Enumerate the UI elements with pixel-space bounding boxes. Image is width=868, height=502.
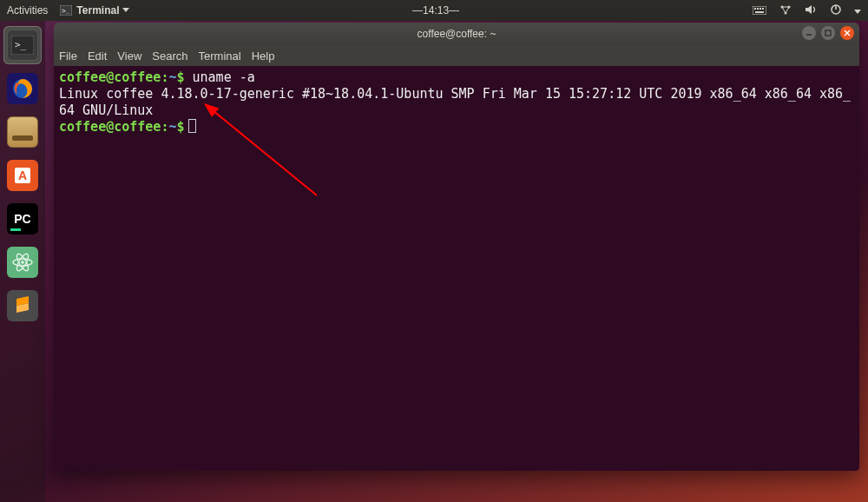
volume-icon[interactable] <box>805 4 817 15</box>
minimize-button[interactable] <box>802 26 816 40</box>
launcher-files[interactable] <box>3 113 42 151</box>
chevron-down-icon[interactable] <box>854 10 861 15</box>
launcher-dock: >_ A PC <box>0 21 45 502</box>
app-menu-label: Terminal <box>76 4 119 17</box>
svg-marker-18 <box>854 10 861 14</box>
sublime-icon <box>7 290 38 321</box>
svg-rect-27 <box>825 30 831 36</box>
clock-time: 14:13 <box>423 4 449 17</box>
svg-rect-7 <box>762 8 764 10</box>
svg-text:>_: >_ <box>62 7 70 15</box>
power-icon[interactable] <box>831 4 841 15</box>
launcher-terminal[interactable]: >_ <box>3 26 42 64</box>
window-titlebar[interactable]: coffee@coffee: ~ <box>54 23 859 45</box>
window-menubar: File Edit View Search Terminal Help <box>54 45 859 66</box>
menu-file[interactable]: File <box>59 50 77 63</box>
terminal-body[interactable]: coffee@coffee:~$ uname -a Linux coffee 4… <box>54 66 859 471</box>
close-button[interactable] <box>840 26 854 40</box>
network-icon[interactable] <box>779 4 792 15</box>
command-output: Linux coffee 4.18.0-17-generic #18~18.04… <box>59 86 851 118</box>
menu-edit[interactable]: Edit <box>88 50 107 63</box>
prompt: coffee@coffee:~$ <box>59 119 185 135</box>
launcher-firefox[interactable] <box>3 69 42 108</box>
svg-line-13 <box>782 7 786 13</box>
prompt: coffee@coffee:~$ <box>59 69 185 85</box>
svg-rect-3 <box>753 6 766 15</box>
chevron-down-icon <box>122 8 129 13</box>
window-title: coffee@coffee: ~ <box>54 28 859 40</box>
terminal-icon: >_ <box>7 30 38 61</box>
menu-search[interactable]: Search <box>152 50 187 63</box>
keyboard-icon[interactable] <box>753 6 766 15</box>
terminal-menu-icon: >_ <box>60 5 72 16</box>
launcher-atom[interactable] <box>3 243 42 281</box>
svg-rect-6 <box>760 8 761 10</box>
svg-line-14 <box>786 7 789 13</box>
pycharm-icon: PC <box>7 203 38 234</box>
status-icons <box>742 4 861 17</box>
terminal-window: coffee@coffee: ~ File Edit View Search T… <box>54 23 859 471</box>
menu-view[interactable]: View <box>117 50 141 63</box>
svg-marker-15 <box>806 5 812 14</box>
svg-rect-8 <box>755 11 764 13</box>
software-icon: A <box>7 160 38 191</box>
svg-marker-2 <box>122 8 129 12</box>
atom-icon <box>7 247 38 278</box>
command-input: uname -a <box>193 69 255 85</box>
firefox-icon <box>7 73 38 104</box>
top-bar: Activities >_ Terminal — 14:13 — <box>0 0 868 21</box>
svg-text:>_: >_ <box>15 39 27 50</box>
launcher-pycharm[interactable]: PC <box>3 200 42 238</box>
menu-terminal[interactable]: Terminal <box>199 50 241 63</box>
launcher-sublime[interactable] <box>3 287 42 325</box>
svg-rect-5 <box>757 8 759 10</box>
svg-point-25 <box>21 261 24 264</box>
cursor <box>188 119 196 133</box>
maximize-button[interactable] <box>821 26 835 40</box>
app-menu[interactable]: >_ Terminal <box>60 4 129 17</box>
launcher-software[interactable]: A <box>3 156 42 195</box>
menu-help[interactable]: Help <box>252 50 275 63</box>
files-icon <box>7 116 38 148</box>
activities-button[interactable]: Activities <box>7 4 48 17</box>
clock[interactable]: — 14:13 — <box>412 4 459 17</box>
svg-rect-4 <box>754 8 756 10</box>
